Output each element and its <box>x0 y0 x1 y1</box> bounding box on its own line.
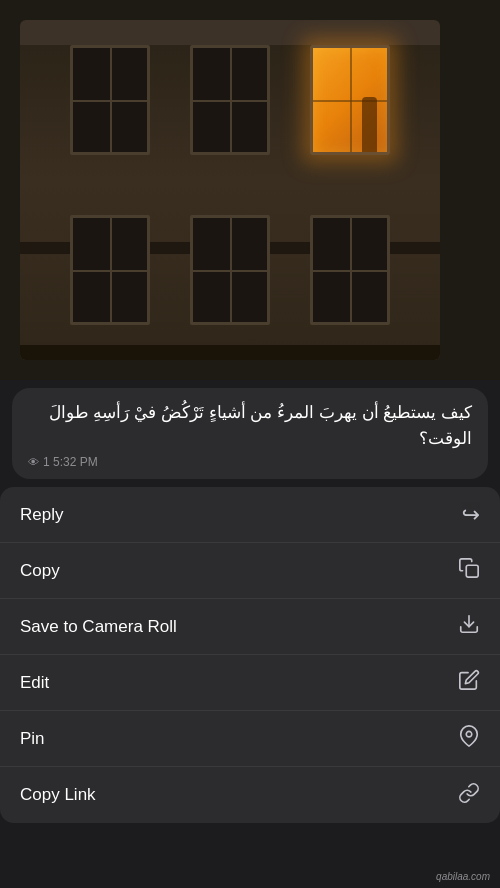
window-top-right-lit <box>310 45 390 155</box>
pin-icon <box>458 725 480 752</box>
watermark: qabilaa.com <box>436 871 490 882</box>
windows-top-row <box>20 45 440 155</box>
reply-icon: ↩ <box>462 502 480 528</box>
screen: كيف يستطيعُ أن يهربَ المرءُ من أشياءٍ تَ… <box>0 0 500 888</box>
windows-bottom-row <box>20 215 440 325</box>
window-bottom-center <box>190 215 270 325</box>
svg-point-2 <box>466 731 472 737</box>
silhouette <box>362 97 377 152</box>
building-image <box>0 0 500 380</box>
pin-menu-item[interactable]: Pin <box>0 711 500 767</box>
copy-menu-item[interactable]: Copy <box>0 543 500 599</box>
message-bubble: كيف يستطيعُ أن يهربَ المرءُ من أشياءٍ تَ… <box>12 388 488 479</box>
window-bottom-left <box>70 215 150 325</box>
message-meta: 👁 1 5:32 PM <box>28 455 472 469</box>
building-wall <box>20 45 440 360</box>
edit-menu-item[interactable]: Edit <box>0 655 500 711</box>
message-image-area <box>0 0 500 380</box>
building-facade <box>20 20 440 360</box>
window-top-left <box>70 45 150 155</box>
svg-rect-0 <box>466 565 478 577</box>
copy-icon <box>458 557 480 584</box>
context-menu: Reply ↩ Copy Save to Camera Roll <box>0 487 500 823</box>
save-icon <box>458 613 480 640</box>
reply-menu-item[interactable]: Reply ↩ <box>0 487 500 543</box>
save-camera-roll-menu-item[interactable]: Save to Camera Roll <box>0 599 500 655</box>
window-bottom-right <box>310 215 390 325</box>
building-base <box>20 345 440 360</box>
message-text: كيف يستطيعُ أن يهربَ المرءُ من أشياءٍ تَ… <box>28 400 472 451</box>
link-icon <box>458 782 480 809</box>
edit-icon <box>458 669 480 696</box>
window-top-center <box>190 45 270 155</box>
message-time: 1 5:32 PM <box>43 455 98 469</box>
read-receipt-icon: 👁 <box>28 456 39 468</box>
copy-link-menu-item[interactable]: Copy Link <box>0 767 500 823</box>
